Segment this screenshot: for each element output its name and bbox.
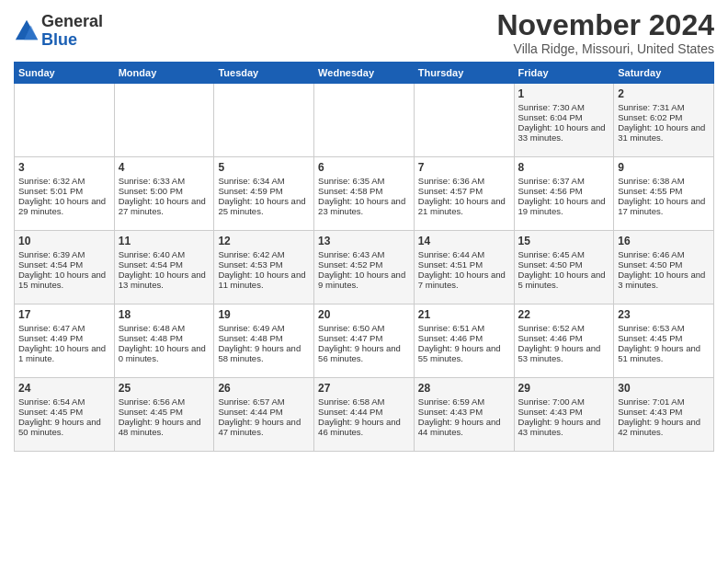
day-number: 3 (18, 161, 110, 174)
daylight-text: Daylight: 9 hours and 46 minutes. (318, 417, 410, 437)
calendar-week-2: 3Sunrise: 6:32 AMSunset: 5:01 PMDaylight… (15, 157, 714, 231)
sunset-text: Sunset: 4:45 PM (18, 407, 110, 417)
calendar-cell-w1d4 (314, 84, 415, 157)
sunrise-text: Sunrise: 7:01 AM (618, 396, 710, 407)
sunset-text: Sunset: 4:47 PM (318, 333, 410, 343)
sunset-text: Sunset: 4:48 PM (119, 333, 210, 343)
logo-icon (14, 18, 40, 44)
day-number: 18 (119, 308, 210, 321)
logo-text-line2: Blue (41, 31, 103, 50)
sunset-text: Sunset: 4:45 PM (618, 333, 710, 343)
calendar-cell-w3d3: 12Sunrise: 6:42 AMSunset: 4:53 PMDayligh… (214, 231, 314, 304)
daylight-text: Daylight: 10 hours and 33 minutes. (518, 122, 610, 143)
sunrise-text: Sunrise: 6:54 AM (18, 396, 110, 407)
daylight-text: Daylight: 10 hours and 5 minutes. (518, 270, 610, 290)
daylight-text: Daylight: 10 hours and 17 minutes. (618, 196, 710, 216)
sunset-text: Sunset: 4:58 PM (318, 186, 410, 196)
sunset-text: Sunset: 4:46 PM (418, 333, 510, 343)
day-number: 20 (318, 308, 410, 321)
sunrise-text: Sunrise: 6:51 AM (418, 323, 510, 333)
calendar-cell-w2d1: 3Sunrise: 6:32 AMSunset: 5:01 PMDaylight… (15, 157, 115, 231)
calendar-cell-w2d4: 6Sunrise: 6:35 AMSunset: 4:58 PMDaylight… (314, 157, 415, 231)
day-number: 19 (218, 308, 310, 321)
sunset-text: Sunset: 4:52 PM (318, 259, 410, 270)
day-number: 12 (218, 235, 310, 247)
sunset-text: Sunset: 4:45 PM (119, 407, 210, 417)
daylight-text: Daylight: 9 hours and 44 minutes. (418, 417, 510, 437)
calendar-cell-w5d6: 29Sunrise: 7:00 AMSunset: 4:43 PMDayligh… (514, 378, 614, 452)
col-sunday: Sunday (15, 63, 115, 84)
daylight-text: Daylight: 10 hours and 1 minute. (18, 343, 110, 363)
sunrise-text: Sunrise: 6:32 AM (18, 176, 110, 186)
day-number: 9 (618, 161, 710, 174)
sunrise-text: Sunrise: 6:33 AM (119, 176, 210, 186)
day-number: 6 (318, 161, 410, 174)
sunset-text: Sunset: 4:43 PM (618, 407, 710, 417)
sunrise-text: Sunrise: 6:56 AM (119, 396, 210, 407)
sunrise-text: Sunrise: 6:57 AM (218, 396, 310, 407)
sunrise-text: Sunrise: 6:47 AM (18, 323, 110, 333)
title-block: November 2024 Villa Ridge, Missouri, Uni… (496, 9, 714, 56)
sunrise-text: Sunrise: 6:39 AM (18, 249, 110, 259)
day-number: 4 (119, 161, 210, 174)
calendar-body: 1Sunrise: 7:30 AMSunset: 6:04 PMDaylight… (15, 84, 714, 452)
sunrise-text: Sunrise: 6:48 AM (119, 323, 210, 333)
daylight-text: Daylight: 9 hours and 47 minutes. (218, 417, 310, 437)
daylight-text: Daylight: 10 hours and 31 minutes. (618, 122, 710, 143)
calendar-cell-w4d3: 19Sunrise: 6:49 AMSunset: 4:48 PMDayligh… (214, 304, 314, 378)
sunrise-text: Sunrise: 6:50 AM (318, 323, 410, 333)
col-saturday: Saturday (614, 63, 714, 84)
calendar-cell-w5d1: 24Sunrise: 6:54 AMSunset: 4:45 PMDayligh… (15, 378, 115, 452)
daylight-text: Daylight: 9 hours and 55 minutes. (418, 343, 510, 363)
daylight-text: Daylight: 10 hours and 29 minutes. (18, 196, 110, 216)
calendar-cell-w4d5: 21Sunrise: 6:51 AMSunset: 4:46 PMDayligh… (414, 304, 514, 378)
sunrise-text: Sunrise: 6:45 AM (518, 249, 610, 259)
col-wednesday: Wednesday (314, 63, 415, 84)
calendar-cell-w2d6: 8Sunrise: 6:37 AMSunset: 4:56 PMDaylight… (514, 157, 614, 231)
calendar-week-5: 24Sunrise: 6:54 AMSunset: 4:45 PMDayligh… (15, 378, 714, 452)
month-title: November 2024 (496, 9, 714, 41)
calendar-cell-w5d5: 28Sunrise: 6:59 AMSunset: 4:43 PMDayligh… (414, 378, 514, 452)
sunrise-text: Sunrise: 6:42 AM (218, 249, 310, 259)
sunset-text: Sunset: 4:57 PM (418, 186, 510, 196)
day-number: 13 (318, 235, 410, 247)
day-number: 7 (418, 161, 510, 174)
calendar-cell-w3d6: 15Sunrise: 6:45 AMSunset: 4:50 PMDayligh… (514, 231, 614, 304)
day-number: 5 (218, 161, 310, 174)
calendar-cell-w5d3: 26Sunrise: 6:57 AMSunset: 4:44 PMDayligh… (214, 378, 314, 452)
day-number: 30 (618, 382, 710, 395)
daylight-text: Daylight: 10 hours and 19 minutes. (518, 196, 610, 216)
sunrise-text: Sunrise: 6:46 AM (618, 249, 710, 259)
sunset-text: Sunset: 4:54 PM (18, 259, 110, 270)
daylight-text: Daylight: 10 hours and 0 minutes. (119, 343, 210, 363)
sunset-text: Sunset: 4:49 PM (18, 333, 110, 343)
sunset-text: Sunset: 4:43 PM (518, 407, 610, 417)
calendar-cell-w2d7: 9Sunrise: 6:38 AMSunset: 4:55 PMDaylight… (614, 157, 714, 231)
daylight-text: Daylight: 9 hours and 58 minutes. (218, 343, 310, 363)
sunrise-text: Sunrise: 7:31 AM (618, 102, 710, 112)
daylight-text: Daylight: 10 hours and 11 minutes. (218, 270, 310, 290)
calendar-cell-w3d7: 16Sunrise: 6:46 AMSunset: 4:50 PMDayligh… (614, 231, 714, 304)
sunrise-text: Sunrise: 6:36 AM (418, 176, 510, 186)
day-number: 8 (518, 161, 610, 174)
sunrise-text: Sunrise: 6:52 AM (518, 323, 610, 333)
calendar-cell-w4d6: 22Sunrise: 6:52 AMSunset: 4:46 PMDayligh… (514, 304, 614, 378)
daylight-text: Daylight: 9 hours and 43 minutes. (518, 417, 610, 437)
calendar-cell-w1d5 (414, 84, 514, 157)
sunrise-text: Sunrise: 6:34 AM (218, 176, 310, 186)
daylight-text: Daylight: 10 hours and 25 minutes. (218, 196, 310, 216)
sunrise-text: Sunrise: 6:49 AM (218, 323, 310, 333)
sunrise-text: Sunrise: 6:37 AM (518, 176, 610, 186)
day-number: 11 (119, 235, 210, 247)
location-text: Villa Ridge, Missouri, United States (496, 41, 714, 56)
sunset-text: Sunset: 4:48 PM (218, 333, 310, 343)
calendar-cell-w5d7: 30Sunrise: 7:01 AMSunset: 4:43 PMDayligh… (614, 378, 714, 452)
calendar-cell-w4d7: 23Sunrise: 6:53 AMSunset: 4:45 PMDayligh… (614, 304, 714, 378)
daylight-text: Daylight: 10 hours and 9 minutes. (318, 270, 410, 290)
sunrise-text: Sunrise: 6:44 AM (418, 249, 510, 259)
sunrise-text: Sunrise: 7:30 AM (518, 102, 610, 112)
calendar-week-3: 10Sunrise: 6:39 AMSunset: 4:54 PMDayligh… (15, 231, 714, 304)
sunset-text: Sunset: 6:02 PM (618, 112, 710, 122)
sunset-text: Sunset: 4:44 PM (218, 407, 310, 417)
sunset-text: Sunset: 4:51 PM (418, 259, 510, 270)
